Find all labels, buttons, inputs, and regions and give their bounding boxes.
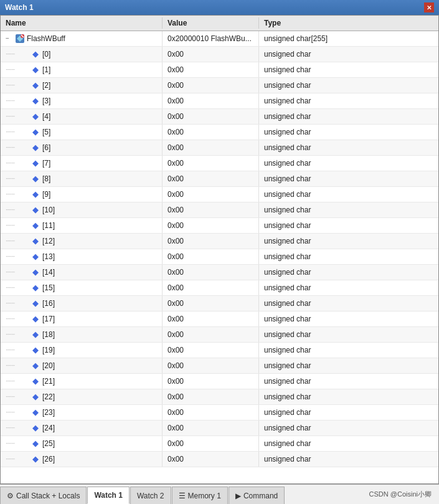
child-index-label: [19]: [42, 344, 55, 356]
child-var-icon: ◆: [32, 64, 39, 76]
child-index-label: [0]: [42, 48, 50, 60]
indent-spacer: ········: [6, 141, 31, 154]
child-index-label: [20]: [42, 359, 55, 372]
child-name-cell: ········◆[26]: [1, 452, 163, 467]
child-index-label: [21]: [42, 375, 55, 388]
child-index-label: [15]: [42, 282, 55, 294]
child-var-icon: ◆: [32, 391, 39, 403]
child-value-cell: 0x00: [163, 109, 259, 124]
close-button[interactable]: ✕: [424, 2, 434, 12]
table-row: ········◆[2]0x00unsigned char: [1, 78, 438, 93]
root-var-name: FlashWBuff: [27, 32, 65, 45]
child-name-cell: ········◆[17]: [1, 311, 163, 326]
child-name-cell: ········◆[14]: [1, 265, 163, 280]
child-value-cell: 0x00: [163, 405, 259, 420]
table-body[interactable]: − FlashWBuff 0x20000010 FlashWBu...: [1, 31, 438, 483]
indent-spacer: ········: [6, 219, 31, 232]
watch-window: Watch 1 ✕ Name Value Type −: [0, 0, 439, 504]
child-type-cell: unsigned char: [259, 187, 438, 202]
table-row: ········◆[20]0x00unsigned char: [1, 358, 438, 374]
child-index-label: [3]: [42, 95, 50, 107]
child-index-label: [7]: [42, 157, 50, 169]
child-value-cell: 0x00: [163, 421, 259, 435]
child-name-cell: ········◆[9]: [1, 187, 163, 202]
header-name: Name: [1, 17, 163, 29]
table-row: ········◆[11]0x00unsigned char: [1, 218, 438, 234]
child-index-label: [4]: [42, 110, 50, 123]
child-index-label: [17]: [42, 313, 55, 325]
child-index-label: [11]: [42, 219, 55, 232]
tab-item-memory-1[interactable]: ☰Memory 1: [172, 487, 228, 504]
indent-spacer: ········: [6, 173, 31, 185]
child-index-label: [25]: [42, 437, 55, 450]
root-value-cell: 0x20000010 FlashWBu...: [163, 31, 259, 46]
table-header: Name Value Type: [1, 16, 438, 31]
indent-spacer: ········: [6, 297, 31, 310]
child-type-cell: unsigned char: [259, 78, 438, 93]
child-type-cell: unsigned char: [259, 405, 438, 420]
child-index-label: [9]: [42, 188, 50, 201]
tab-icon: ☰: [179, 492, 186, 500]
tab-item-call-stack---locals[interactable]: ⚙Call Stack + Locals: [0, 487, 87, 504]
child-var-icon: ◆: [32, 110, 39, 123]
header-value: Value: [163, 17, 259, 29]
child-var-icon: ◆: [32, 173, 39, 185]
child-index-label: [5]: [42, 126, 50, 138]
child-type-cell: unsigned char: [259, 374, 438, 389]
table-row: ········◆[3]0x00unsigned char: [1, 93, 438, 109]
child-name-cell: ········◆[6]: [1, 140, 163, 155]
table-row: ········◆[15]0x00unsigned char: [1, 280, 438, 296]
indent-spacer: ········: [6, 406, 31, 419]
indent-spacer: ········: [6, 110, 31, 123]
child-value-cell: 0x00: [163, 327, 259, 342]
child-name-cell: ········◆[2]: [1, 78, 163, 93]
table-row: ········◆[8]0x00unsigned char: [1, 171, 438, 187]
child-type-cell: unsigned char: [259, 140, 438, 155]
child-type-cell: unsigned char: [259, 311, 438, 326]
child-type-cell: unsigned char: [259, 109, 438, 124]
child-var-icon: ◆: [32, 157, 39, 169]
child-name-cell: ········◆[1]: [1, 62, 163, 77]
child-name-cell: ········◆[5]: [1, 125, 163, 140]
table-row: ········◆[6]0x00unsigned char: [1, 140, 438, 156]
child-index-label: [6]: [42, 141, 50, 154]
tab-item-command[interactable]: ▶Command: [229, 487, 285, 504]
child-value-cell: 0x00: [163, 436, 259, 451]
child-name-cell: ········◆[7]: [1, 156, 163, 171]
window-title: Watch 1: [5, 3, 34, 12]
tab-item-watch-1[interactable]: Watch 1: [87, 487, 130, 504]
table-row: ········◆[9]0x00unsigned char: [1, 187, 438, 202]
indent-spacer: ········: [6, 437, 31, 450]
child-value-cell: 0x00: [163, 234, 259, 249]
child-type-cell: unsigned char: [259, 156, 438, 171]
table-row: ········◆[18]0x00unsigned char: [1, 327, 438, 343]
table-row: ········◆[24]0x00unsigned char: [1, 421, 438, 436]
child-value-cell: 0x00: [163, 218, 259, 233]
child-index-label: [1]: [42, 64, 50, 76]
child-value-cell: 0x00: [163, 140, 259, 155]
indent-spacer: ········: [6, 375, 31, 388]
child-index-label: [23]: [42, 406, 55, 419]
child-var-icon: ◆: [32, 344, 39, 356]
child-type-cell: unsigned char: [259, 421, 438, 435]
header-type: Type: [259, 17, 438, 29]
tab-item-watch-2[interactable]: Watch 2: [130, 487, 171, 504]
table-row: ········◆[0]0x00unsigned char: [1, 47, 438, 62]
child-type-cell: unsigned char: [259, 62, 438, 77]
child-var-icon: ◆: [32, 141, 39, 154]
child-name-cell: ········◆[25]: [1, 436, 163, 451]
tab-icon: ▶: [235, 492, 241, 500]
child-value-cell: 0x00: [163, 47, 259, 62]
child-var-icon: ◆: [32, 95, 39, 107]
tab-icon: ⚙: [7, 492, 14, 500]
child-value-cell: 0x00: [163, 311, 259, 326]
expand-icon[interactable]: −: [6, 32, 13, 45]
child-type-cell: unsigned char: [259, 280, 438, 295]
indent-spacer: ········: [6, 391, 31, 403]
indent-spacer: ········: [6, 359, 31, 372]
child-var-icon: ◆: [32, 250, 39, 263]
child-name-cell: ········◆[23]: [1, 405, 163, 420]
child-value-cell: 0x00: [163, 62, 259, 77]
child-var-icon: ◆: [32, 282, 39, 294]
root-var-icon: [15, 34, 25, 44]
